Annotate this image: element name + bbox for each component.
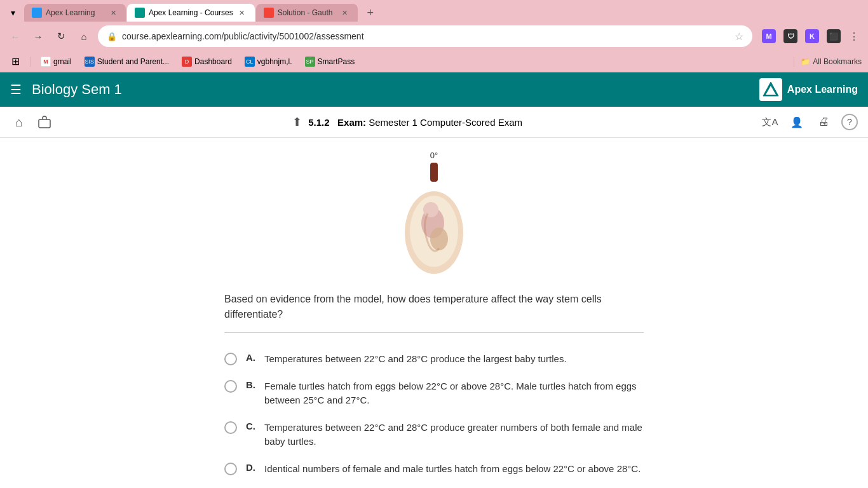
home-nav-button[interactable]: ⌂ bbox=[75, 27, 93, 45]
option-text-c: Temperatures between 22°C and 28°C produ… bbox=[264, 421, 644, 449]
back-button[interactable]: ← bbox=[6, 27, 24, 45]
question-text: Based on evidence from the model, how do… bbox=[224, 292, 644, 322]
bookmark-sp-label: SmartPass bbox=[318, 57, 355, 66]
tab-apex-courses[interactable]: Apex Learning - Courses ✕ bbox=[127, 4, 255, 22]
translate-button[interactable]: 文A bbox=[761, 113, 779, 131]
radio-a[interactable] bbox=[224, 353, 237, 365]
bookmark-apps[interactable]: ⊞ bbox=[6, 53, 25, 69]
svg-rect-2 bbox=[39, 119, 50, 128]
browser-chrome: ▾ Apex Learning ✕ Apex Learning - Course… bbox=[0, 0, 868, 72]
tab-apex-learning[interactable]: Apex Learning ✕ bbox=[24, 4, 126, 22]
accessibility-icon: 👤 bbox=[790, 116, 803, 128]
tab-dropdown[interactable]: ▾ bbox=[5, 5, 20, 20]
bookmarks-separator bbox=[30, 57, 31, 67]
home-nav-icon: ⌂ bbox=[81, 31, 86, 42]
apex-logo-icon bbox=[759, 78, 782, 101]
content-area: 0° Based on evidence from the mode bbox=[0, 138, 868, 488]
refresh-icon: ↻ bbox=[57, 30, 65, 42]
ext-icon-k: K bbox=[805, 29, 819, 43]
chevron-down-icon: ▾ bbox=[11, 8, 15, 18]
radio-c[interactable] bbox=[224, 421, 237, 434]
extension-btn-3[interactable]: K bbox=[803, 27, 821, 45]
egg-svg bbox=[396, 163, 472, 277]
print-button[interactable]: 🖨 bbox=[815, 113, 832, 131]
extension-btn-4[interactable]: ⬛ bbox=[825, 27, 843, 45]
radio-b[interactable] bbox=[224, 380, 237, 393]
extension-btn-1[interactable]: M bbox=[760, 27, 778, 45]
tab-gauth[interactable]: Solution - Gauth ✕ bbox=[256, 4, 358, 22]
option-label-b: B. bbox=[246, 379, 255, 390]
sp-favicon: SP bbox=[305, 57, 315, 67]
extension-btn-2[interactable]: 🛡 bbox=[782, 27, 799, 45]
bookmark-gmail-label: gmail bbox=[53, 57, 72, 66]
forward-button[interactable]: → bbox=[29, 27, 47, 45]
bookmark-cl[interactable]: CL vgbhnjm,l. bbox=[240, 55, 297, 69]
home-icon[interactable]: ⌂ bbox=[10, 113, 28, 131]
answer-option-a[interactable]: A. Temperatures between 22°C and 28°C pr… bbox=[224, 346, 644, 373]
radio-d[interactable] bbox=[224, 463, 237, 475]
bookmark-gmail[interactable]: M gmail bbox=[36, 55, 77, 69]
ext-icon-purple: M bbox=[762, 29, 776, 43]
answer-option-d[interactable]: D. Identical numbers of female and male … bbox=[224, 456, 644, 483]
sub-header-right: 文A 👤 🖨 ? bbox=[761, 113, 858, 131]
temp-label: 0° bbox=[396, 151, 472, 160]
exam-section: 5.1.2 bbox=[308, 117, 329, 128]
back-arrow-icon: ← bbox=[11, 31, 20, 42]
gmail-favicon: M bbox=[41, 57, 51, 67]
tab-favicon-courses bbox=[135, 8, 145, 18]
upload-icon: ⬆ bbox=[292, 116, 302, 128]
tab-close-gauth[interactable]: ✕ bbox=[340, 8, 350, 18]
portfolio-icon[interactable] bbox=[36, 113, 53, 131]
answer-option-b[interactable]: B. Female turtles hatch from eggs below … bbox=[224, 373, 644, 414]
egg-diagram: 0° bbox=[396, 151, 472, 279]
address-bar[interactable]: 🔒 course.apexlearning.com/public/activit… bbox=[98, 25, 752, 47]
bookmarks-right: 📁 All Bookmarks bbox=[791, 57, 862, 67]
option-label-d: D. bbox=[246, 462, 255, 473]
option-text-d: Identical numbers of female and male tur… bbox=[264, 462, 641, 477]
tab-close-courses[interactable]: ✕ bbox=[237, 8, 247, 18]
help-button[interactable]: ? bbox=[841, 114, 858, 130]
bookmark-dashboard[interactable]: D Dashboard bbox=[177, 55, 237, 69]
translate-icon: 文A bbox=[762, 116, 778, 128]
apps-grid-icon: ⊞ bbox=[11, 55, 20, 67]
address-bar-row: ← → ↻ ⌂ 🔒 course.apexlearning.com/public… bbox=[0, 22, 868, 51]
sis-favicon: SIS bbox=[85, 57, 95, 67]
bookmarks-right-sep bbox=[794, 57, 794, 67]
tab-close-apex[interactable]: ✕ bbox=[108, 8, 118, 18]
bookmark-sis[interactable]: SIS Student and Parent... bbox=[79, 55, 174, 69]
ext-icon-shield: ⬛ bbox=[827, 29, 841, 43]
svg-point-8 bbox=[430, 227, 448, 250]
apex-logo: Apex Learning bbox=[759, 78, 858, 101]
refresh-button[interactable]: ↻ bbox=[52, 27, 70, 45]
option-text-a: Temperatures between 22°C and 28°C produ… bbox=[264, 352, 567, 367]
option-label-c: C. bbox=[246, 421, 255, 431]
accessibility-button[interactable]: 👤 bbox=[788, 113, 806, 131]
new-tab-button[interactable]: + bbox=[362, 4, 379, 22]
sub-header-left: ⌂ bbox=[10, 113, 53, 131]
bookmark-star-icon[interactable]: ☆ bbox=[735, 30, 743, 43]
secure-icon: 🔒 bbox=[107, 32, 117, 41]
bookmark-smartpass[interactable]: SP SmartPass bbox=[300, 55, 360, 69]
answer-option-c[interactable]: C. Temperatures between 22°C and 28°C pr… bbox=[224, 414, 644, 456]
browser-actions: M 🛡 K ⬛ ⋮ bbox=[760, 27, 862, 45]
browser-menu-button[interactable]: ⋮ bbox=[846, 28, 862, 45]
tab-title-courses: Apex Learning - Courses bbox=[149, 8, 233, 17]
dashboard-favicon: D bbox=[182, 57, 192, 67]
all-bookmarks-button[interactable]: 📁 All Bookmarks bbox=[801, 57, 862, 66]
tab-title-gauth: Solution - Gauth bbox=[278, 8, 336, 17]
app-title: Biology Sem 1 bbox=[32, 81, 759, 98]
apex-logo-svg bbox=[762, 81, 780, 98]
exam-type: Exam: bbox=[337, 117, 366, 128]
tab-favicon-gauth bbox=[264, 8, 274, 18]
print-icon: 🖨 bbox=[818, 116, 829, 128]
question-area: Based on evidence from the model, how do… bbox=[224, 285, 644, 488]
bookmarks-bar: ⊞ M gmail SIS Student and Parent... D Da… bbox=[0, 51, 868, 72]
tab-title-apex: Apex Learning bbox=[46, 8, 104, 17]
all-bookmarks-label: All Bookmarks bbox=[813, 57, 862, 66]
exam-info: ⬆ 5.1.2 Exam: Semester 1 Computer-Scored… bbox=[61, 115, 754, 129]
svg-point-7 bbox=[423, 202, 438, 217]
exam-title: Semester 1 Computer-Scored Exam bbox=[369, 117, 522, 128]
hamburger-menu-icon[interactable]: ☰ bbox=[10, 82, 22, 97]
cl-favicon: CL bbox=[245, 57, 255, 67]
option-text-b: Female turtles hatch from eggs below 22°… bbox=[264, 379, 644, 408]
